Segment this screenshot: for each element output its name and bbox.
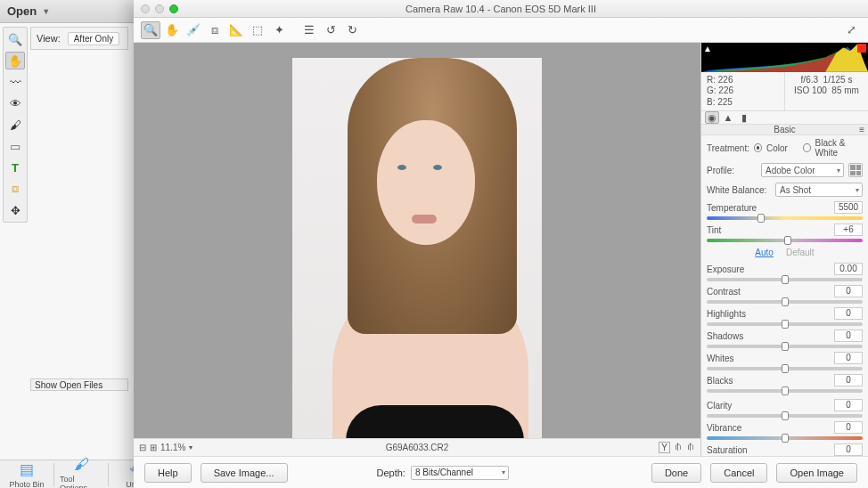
tool-options-button[interactable]: 🖌Tool Options xyxy=(60,456,102,488)
straighten-tool-icon[interactable]: 📐 xyxy=(226,21,246,39)
clone-tool-icon[interactable]: ▭ xyxy=(5,137,25,155)
basic-tab-icon[interactable]: ◉ xyxy=(705,111,719,124)
depth-label: Depth: xyxy=(377,468,405,478)
camera-raw-dialog: Camera Raw 10.4 - Canon EOS 5D Mark III … xyxy=(134,0,868,488)
treatment-bw-radio[interactable] xyxy=(803,143,811,152)
transform-tool-icon[interactable]: ⬚ xyxy=(248,21,267,39)
vibrance-value[interactable]: 0 xyxy=(834,421,863,434)
profile-select[interactable]: Adobe Color xyxy=(761,163,844,177)
profile-browser-icon[interactable] xyxy=(848,163,863,177)
chevron-down-icon: ▼ xyxy=(42,7,50,16)
histogram[interactable]: ▲ xyxy=(701,43,868,72)
temperature-slider[interactable]: Temperature5500 xyxy=(701,199,868,222)
dialog-button-bar: Help Save Image... Depth: 8 Bits/Channel… xyxy=(134,456,868,488)
clarity-value[interactable]: 0 xyxy=(834,399,863,411)
preview-area[interactable]: ⊟ ⊞ 11.1% ▾ G69A6033.CR2 Y ⫛ ⫛ xyxy=(134,43,700,456)
view-label: View: xyxy=(37,33,61,44)
eye-tool-icon[interactable]: 👁 xyxy=(5,94,25,112)
highlights-value[interactable]: 0 xyxy=(834,307,863,320)
treatment-row: Treatment: Color Black & White xyxy=(701,135,868,160)
camera-raw-toolbar: 🔍 ✋ 💉 ⧈ 📐 ⬚ ✦ ☰ ↺ ↻ ⤢ xyxy=(134,18,868,43)
blacks-value[interactable]: 0 xyxy=(834,374,863,386)
tone-curve-tab-icon[interactable]: ▲ xyxy=(721,111,735,124)
rgb-g: 226 xyxy=(718,85,733,95)
panel-tabs: ◉ ▲ ▮ xyxy=(701,111,868,125)
temperature-value[interactable]: 5500 xyxy=(834,201,863,214)
zoom-tool-icon[interactable]: 🔍 xyxy=(5,30,25,48)
window-title: Camera Raw 10.4 - Canon EOS 5D Mark III xyxy=(134,4,868,14)
profile-row: Profile: Adobe Color xyxy=(701,160,868,180)
tool-options-icon: 🖌 xyxy=(74,456,89,474)
panel-menu-icon[interactable]: ≡ xyxy=(859,125,864,134)
aperture-value: f/6.3 xyxy=(801,75,818,85)
filename-label: G69A6033.CR2 xyxy=(134,443,700,452)
tint-slider[interactable]: Tint+6 xyxy=(701,222,868,244)
photo-bin-icon: ▤ xyxy=(20,460,34,479)
auto-link[interactable]: Auto xyxy=(755,248,774,257)
whites-slider[interactable]: Whites0 xyxy=(701,350,868,372)
vibrance-slider[interactable]: Vibrance0 xyxy=(701,419,868,442)
exposure-slider[interactable]: Exposure0.00 xyxy=(701,261,868,283)
rotate-cw-icon[interactable]: ↻ xyxy=(342,21,362,39)
spot-removal-tool-icon[interactable]: ✦ xyxy=(269,21,289,39)
highlight-clip-icon[interactable] xyxy=(857,44,866,53)
default-link[interactable]: Default xyxy=(786,248,815,257)
preview-image xyxy=(292,58,542,441)
white-balance-select[interactable]: As Shot xyxy=(775,183,863,197)
filmstrip-icon[interactable]: ☰ xyxy=(299,21,319,39)
readout: R: 226 G: 226 B: 225 f/6.3 1/125 s ISO 1… xyxy=(701,72,868,112)
treatment-color-radio[interactable] xyxy=(754,143,762,152)
lens-value: 85 mm xyxy=(831,85,859,95)
brush-tool-icon[interactable]: 🖌 xyxy=(5,116,25,134)
photo-bin-button[interactable]: ▤Photo Bin xyxy=(5,460,48,489)
rgb-b: 225 xyxy=(717,97,733,107)
view-bar: View: After Only xyxy=(30,27,128,50)
done-button[interactable]: Done xyxy=(651,463,701,483)
open-menu[interactable]: Open xyxy=(7,4,37,18)
lasso-tool-icon[interactable]: 〰 xyxy=(5,73,25,91)
adjustments-panel: ▲ R: 226 G: 226 B: 225 f/6.3 1/125 s xyxy=(700,43,868,456)
move-tool-icon[interactable]: ✥ xyxy=(5,201,25,219)
view-mode-select[interactable]: After Only xyxy=(68,32,119,45)
crop-tool-icon[interactable]: ⧈ xyxy=(5,180,25,198)
blacks-slider[interactable]: Blacks0 xyxy=(701,372,868,394)
shadows-slider[interactable]: Shadows0 xyxy=(701,328,868,350)
preview-footer: ⊟ ⊞ 11.1% ▾ G69A6033.CR2 Y ⫛ ⫛ xyxy=(134,438,700,456)
rgb-r: 226 xyxy=(718,75,733,85)
highlights-slider[interactable]: Highlights0 xyxy=(701,305,868,328)
host-toolbox: 🔍 ✋ 〰 👁 🖌 ▭ T ⧈ ✥ xyxy=(3,27,28,223)
divider xyxy=(108,463,109,486)
shutter-value: 1/125 s xyxy=(823,75,853,85)
divider xyxy=(53,463,54,486)
detail-tab-icon[interactable]: ▮ xyxy=(737,111,751,124)
text-tool-icon[interactable]: T xyxy=(5,159,25,176)
titlebar: Camera Raw 10.4 - Canon EOS 5D Mark III xyxy=(134,0,868,18)
white-balance-row: White Balance: As Shot xyxy=(701,180,868,199)
iso-value: ISO 100 xyxy=(794,85,827,95)
section-header: Basic ≡ xyxy=(701,125,868,135)
white-balance-tool-icon[interactable]: 💉 xyxy=(184,21,203,39)
whites-value[interactable]: 0 xyxy=(834,352,863,364)
shadow-clip-icon[interactable]: ▲ xyxy=(703,44,712,53)
window-controls[interactable] xyxy=(141,4,178,13)
open-image-button[interactable]: Open Image xyxy=(776,463,857,483)
shadows-value[interactable]: 0 xyxy=(834,329,863,342)
show-open-files-button[interactable]: Show Open Files xyxy=(30,378,128,391)
saturation-value[interactable]: 0 xyxy=(834,443,863,456)
help-button[interactable]: Help xyxy=(144,463,192,483)
zoom-tool-icon[interactable]: 🔍 xyxy=(141,21,160,39)
contrast-value[interactable]: 0 xyxy=(834,285,863,297)
depth-select[interactable]: 8 Bits/Channel xyxy=(411,466,509,480)
save-image-button[interactable]: Save Image... xyxy=(201,463,288,483)
cancel-button[interactable]: Cancel xyxy=(710,463,767,483)
contrast-slider[interactable]: Contrast0 xyxy=(701,283,868,305)
saturation-slider[interactable]: Saturation0 xyxy=(701,442,868,456)
fullscreen-icon[interactable]: ⤢ xyxy=(841,21,861,39)
clarity-slider[interactable]: Clarity0 xyxy=(701,397,868,419)
exposure-value[interactable]: 0.00 xyxy=(834,263,863,275)
tint-value[interactable]: +6 xyxy=(834,224,863,236)
crop-tool-icon[interactable]: ⧈ xyxy=(205,21,225,39)
hand-tool-icon[interactable]: ✋ xyxy=(162,21,182,39)
rotate-ccw-icon[interactable]: ↺ xyxy=(321,21,340,39)
hand-tool-icon[interactable]: ✋ xyxy=(5,52,25,69)
